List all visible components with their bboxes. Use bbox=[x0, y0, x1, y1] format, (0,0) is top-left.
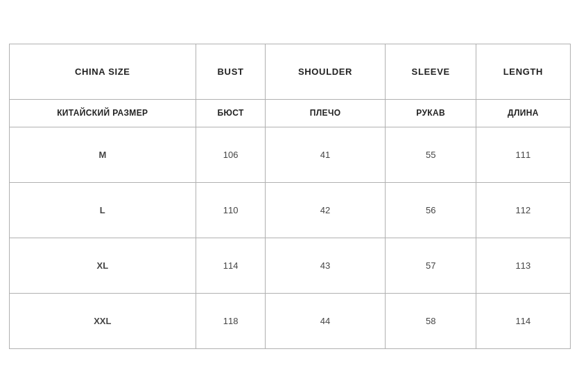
shoulder-cell: 44 bbox=[266, 293, 386, 348]
size-table-container: CHINA SIZE BUST SHOULDER SLEEVE LENGTH К… bbox=[9, 44, 571, 349]
col-header-bust-ru: БЮСТ bbox=[196, 99, 266, 127]
length-cell: 112 bbox=[476, 182, 570, 238]
sleeve-cell: 58 bbox=[386, 293, 476, 348]
col-header-china-size-ru: КИТАЙСКИЙ РАЗМЕР bbox=[9, 99, 196, 127]
length-cell: 111 bbox=[476, 127, 570, 182]
size-cell: XL bbox=[9, 238, 196, 293]
col-header-shoulder-en: SHOULDER bbox=[266, 44, 386, 99]
col-header-sleeve-ru: РУКАВ bbox=[386, 99, 476, 127]
col-header-length-ru: ДЛИНА bbox=[476, 99, 570, 127]
length-cell: 114 bbox=[476, 293, 570, 348]
bust-cell: 114 bbox=[196, 238, 266, 293]
table-row: L 110 42 56 112 bbox=[9, 182, 570, 238]
shoulder-cell: 41 bbox=[266, 127, 386, 182]
size-cell: M bbox=[9, 127, 196, 182]
header-row-russian: КИТАЙСКИЙ РАЗМЕР БЮСТ ПЛЕЧО РУКАВ ДЛИНА bbox=[9, 99, 570, 127]
shoulder-cell: 43 bbox=[266, 238, 386, 293]
sleeve-cell: 56 bbox=[386, 182, 476, 238]
col-header-sleeve-en: SLEEVE bbox=[386, 44, 476, 99]
length-cell: 113 bbox=[476, 238, 570, 293]
sleeve-cell: 57 bbox=[386, 238, 476, 293]
sleeve-cell: 55 bbox=[386, 127, 476, 182]
shoulder-cell: 42 bbox=[266, 182, 386, 238]
col-header-bust-en: BUST bbox=[196, 44, 266, 99]
col-header-length-en: LENGTH bbox=[476, 44, 570, 99]
table-row: XL 114 43 57 113 bbox=[9, 238, 570, 293]
table-row: M 106 41 55 111 bbox=[9, 127, 570, 182]
bust-cell: 110 bbox=[196, 182, 266, 238]
header-row-english: CHINA SIZE BUST SHOULDER SLEEVE LENGTH bbox=[9, 44, 570, 99]
bust-cell: 106 bbox=[196, 127, 266, 182]
col-header-shoulder-ru: ПЛЕЧО bbox=[266, 99, 386, 127]
bust-cell: 118 bbox=[196, 293, 266, 348]
size-cell: XXL bbox=[9, 293, 196, 348]
size-table: CHINA SIZE BUST SHOULDER SLEEVE LENGTH К… bbox=[9, 44, 571, 349]
size-cell: L bbox=[9, 182, 196, 238]
col-header-china-size-en: CHINA SIZE bbox=[9, 44, 196, 99]
table-row: XXL 118 44 58 114 bbox=[9, 293, 570, 348]
